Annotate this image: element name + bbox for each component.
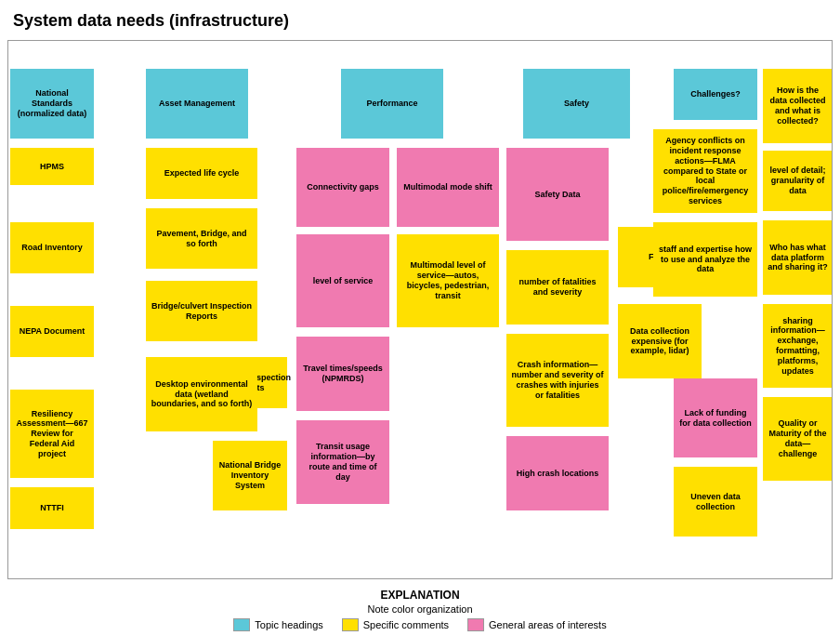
note-expected-life: Expected life cycle [146,148,257,199]
note-performance: Performance [341,69,443,139]
note-data-collection-exp: Data collection expensive (for example, … [618,304,702,378]
note-challenges: Challenges? [674,69,757,120]
note-travel-times: Travel times/speeds (NPMRDS) [296,337,389,411]
page-container: System data needs (infrastructure) Natio… [0,0,840,636]
note-national-standards: National Standards (normalized data) [10,69,94,139]
note-road-inventory: Road Inventory [10,222,94,273]
note-connectivity-gaps: Connectivity gaps [296,148,389,227]
note-desktop-env: Desktop environmental data (wetland boun… [146,357,257,431]
note-staff-expertise: staff and expertise how to use and analy… [653,222,757,297]
note-uneven-data: Uneven data collection [674,467,757,537]
legend: EXPLANATION Note color organization Topi… [7,589,833,631]
legend-item: Specific comments [342,618,449,631]
note-national-bridge: National Bridge Inventory System [213,441,287,510]
note-transit-usage: Transit usage information—by route and t… [296,420,389,504]
chart-title: System data needs (infrastructure) [7,7,833,34]
legend-items: Topic headingsSpecific commentsGeneral a… [7,618,833,631]
legend-swatch [467,618,484,631]
note-nepa: NEPA Document [10,306,94,357]
note-high-crash: High crash locations [506,436,609,510]
legend-label: General areas of interests [489,619,607,630]
note-quality-maturity: Quality or Maturity of the data—challeng… [763,397,833,481]
legend-item: General areas of interests [467,618,607,631]
legend-swatch [233,618,250,631]
note-multimodal-shift: Multimodal mode shift [397,148,499,227]
note-level-detail: level of detail; granularity of data [763,151,833,211]
note-pavement-bridge: Pavement, Bridge, and so forth [146,208,257,269]
legend-subtitle: Note color organization [7,603,833,615]
note-sharing-info: sharing information—exchange, formatting… [763,304,833,388]
legend-title: EXPLANATION [7,589,833,602]
note-level-service: level of service [296,234,389,327]
note-crash-info: Crash information—number and severity of… [506,334,609,427]
note-safety: Safety [523,69,630,139]
legend-label: Topic headings [255,619,322,630]
note-nttfi: NTTFI [10,487,94,529]
note-number-fatalities: number of fatalities and severity [506,250,609,325]
legend-label: Specific comments [363,619,449,630]
note-resiliency: Resiliency Assessment—667 Review for Fed… [10,390,94,478]
note-safety-data: Safety Data [506,148,609,241]
note-how-collected: How is the data collected and what is co… [763,69,833,143]
note-lack-funding: Lack of funding for data collection [674,378,757,457]
note-who-platform: Who has what data platform and sharing i… [763,220,833,295]
note-multimodal-level: Multimodal level of service—autos, bicyc… [397,234,499,327]
legend-swatch [342,618,359,631]
note-asset-management: Asset Management [146,69,248,139]
note-bridge-culvert: Bridge/culvert Inspection Reports [146,281,257,341]
note-agency-conflicts: Agency conflicts on incident response ac… [653,129,757,213]
legend-item: Topic headings [233,618,322,631]
sticky-board: National Standards (normalized data)Asse… [7,40,833,579]
note-hpms: HPMS [10,148,94,185]
